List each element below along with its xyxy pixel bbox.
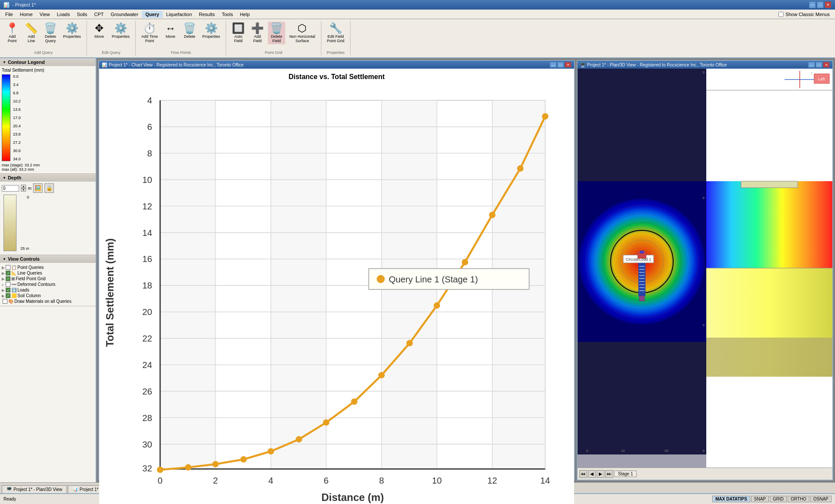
depth-input[interactable] bbox=[2, 185, 19, 192]
tab-3d-view[interactable]: 🖥️ Project 1* - Plan/3D View bbox=[2, 485, 67, 493]
depth-icon-btn-2[interactable]: 🔒 bbox=[44, 183, 54, 193]
checkbox-point-queries[interactable] bbox=[6, 265, 10, 270]
view3d-restore-button[interactable]: □ bbox=[815, 62, 822, 68]
view3d-content: 9 8 9 9 0 10 20 bbox=[578, 69, 832, 468]
svg-rect-105 bbox=[741, 181, 798, 188]
checkbox-line-queries[interactable]: ✓ bbox=[6, 271, 10, 275]
view-controls-title: View Controls bbox=[8, 256, 40, 262]
menu-tools[interactable]: Tools bbox=[218, 11, 237, 18]
tree-item-draw-materials[interactable]: 🎨 Draw Materials on all Queries bbox=[2, 298, 94, 304]
depth-header[interactable]: ▼ Depth bbox=[0, 174, 96, 182]
svg-point-57 bbox=[296, 436, 302, 443]
add-point-button[interactable]: 📍 AddPoint bbox=[3, 22, 21, 44]
menu-help[interactable]: Help bbox=[237, 11, 254, 18]
menu-soils[interactable]: Soils bbox=[73, 11, 91, 18]
checkbox-loads[interactable]: ✓ bbox=[6, 288, 10, 292]
edit-field-grid-button[interactable]: 🔧 Edit FieldPoint Grid bbox=[325, 22, 347, 44]
side-view-svg bbox=[706, 90, 832, 468]
add-time-point-button[interactable]: ⏱️ Add TimePoint bbox=[139, 22, 160, 44]
tree-icon-point: 📋 bbox=[11, 265, 17, 270]
minimize-button[interactable]: — bbox=[809, 1, 816, 8]
tree-item-point-queries[interactable]: ▶ 📋 Point Queries bbox=[2, 265, 94, 270]
delete-field-button[interactable]: 🗑️ DeleteField bbox=[268, 22, 285, 44]
depth-spin-down[interactable]: ▼ bbox=[21, 188, 26, 192]
expand-icon-deformed: ▶ bbox=[2, 282, 5, 287]
nav-next-button[interactable]: ▶ bbox=[597, 470, 605, 478]
expand-icon-loads: ▶ bbox=[2, 288, 5, 292]
svg-rect-79 bbox=[639, 266, 645, 267]
osnap-button[interactable]: OSNAP bbox=[810, 496, 832, 502]
add-query-buttons: 📍 AddPoint 📏 AddLine 🗑️ DeleteQuery ⚙️ P… bbox=[3, 22, 83, 44]
max-datatips-button[interactable]: MAX DATATIPS bbox=[712, 496, 750, 502]
contour-legend-section: ▼ Contour Legend Total Settlement (mm) 0… bbox=[0, 58, 96, 174]
menu-liquefaction[interactable]: Liquefaction bbox=[163, 11, 195, 18]
grid-button[interactable]: GRID bbox=[770, 496, 787, 502]
non-horiz-button[interactable]: ⬡ Non HorizontalSurface bbox=[287, 22, 317, 44]
svg-rect-1 bbox=[160, 100, 215, 469]
depth-icon-btn-1[interactable]: 🖼️ bbox=[33, 183, 43, 193]
ribbon-group-time-points: ⏱️ Add TimePoint ↔️ Move 🗑️ Delete ⚙️ Pr… bbox=[136, 21, 226, 56]
tree-icon-loads: ⬇️ bbox=[11, 288, 17, 292]
contour-legend-header[interactable]: ▼ Contour Legend bbox=[0, 58, 96, 66]
checkbox-soil-column[interactable]: ✓ bbox=[6, 293, 10, 298]
tree-icon-field: ⊞ bbox=[11, 276, 15, 281]
move-button[interactable]: ✥ Move bbox=[90, 22, 108, 40]
view3d-minimize-button[interactable]: — bbox=[808, 62, 815, 68]
properties-buttons: 🔧 Edit FieldPoint Grid bbox=[325, 22, 347, 44]
nav-prev-button[interactable]: ◀ bbox=[588, 470, 596, 478]
snap-button[interactable]: SNAP bbox=[751, 496, 769, 502]
ribbon-group-edit-query: ✥ Move ⚙️ Properties Edit Query bbox=[87, 21, 136, 56]
nav-last-button[interactable]: ⏭ bbox=[605, 470, 613, 478]
svg-text:14: 14 bbox=[540, 476, 550, 485]
tree-item-line-queries[interactable]: ▶ ✓ 📐 Line Queries bbox=[2, 270, 94, 276]
chart-restore-button[interactable]: □ bbox=[557, 62, 564, 68]
menu-cpt[interactable]: CPT bbox=[91, 11, 107, 18]
view-controls-header[interactable]: ▼ View Controls bbox=[0, 255, 96, 263]
properties2-icon: ⚙️ bbox=[114, 23, 127, 33]
show-classic-checkbox[interactable] bbox=[778, 12, 784, 17]
svg-text:Left: Left bbox=[818, 77, 825, 81]
move-time-button[interactable]: ↔️ Move bbox=[162, 22, 179, 40]
stage-tab[interactable]: Stage 1 bbox=[614, 471, 637, 477]
contour-stats: max (stage): 33.2 mm max (all): 33.2 mm bbox=[2, 163, 94, 172]
chart-window: 📊 Project 1* - Chart View - Registered t… bbox=[98, 60, 575, 481]
ortho-button[interactable]: ORTHO bbox=[788, 496, 809, 502]
menu-groundwater[interactable]: Groundwater bbox=[107, 11, 142, 18]
tree-item-loads[interactable]: ▶ ✓ ⬇️ Loads bbox=[2, 287, 94, 293]
add-line-button[interactable]: 📏 AddLine bbox=[23, 22, 40, 44]
menu-results[interactable]: Results bbox=[195, 11, 218, 18]
menu-query[interactable]: Query bbox=[142, 11, 163, 18]
add-point-icon: 📍 bbox=[6, 23, 19, 33]
chart-minimize-button[interactable]: — bbox=[550, 62, 557, 68]
tree-item-deformed-contours[interactable]: ▶ 〰️ Deformed Contours bbox=[2, 282, 94, 287]
auto-field-button[interactable]: 🔲 AutoField bbox=[230, 22, 247, 44]
restore-button[interactable]: □ bbox=[817, 1, 824, 8]
properties-time-button[interactable]: ⚙️ Properties bbox=[200, 22, 222, 40]
delete-query-button[interactable]: 🗑️ DeleteQuery bbox=[42, 22, 59, 44]
menu-file[interactable]: File bbox=[2, 11, 17, 18]
checkbox-deformed-contours[interactable] bbox=[6, 282, 10, 287]
checkbox-draw-materials[interactable] bbox=[3, 299, 7, 304]
svg-text:10: 10 bbox=[142, 175, 152, 185]
menu-loads[interactable]: Loads bbox=[53, 11, 73, 18]
chart-close-button[interactable]: ✕ bbox=[564, 62, 571, 68]
add-field-button[interactable]: ➕ AddField bbox=[249, 22, 266, 44]
tree-item-field-point-grid[interactable]: ▶ ✓ ⊞ Field Point Grid bbox=[2, 276, 94, 282]
view3d-close-button[interactable]: ✕ bbox=[823, 62, 830, 68]
color-label-1: 3.4 bbox=[13, 83, 21, 87]
svg-rect-87 bbox=[639, 290, 645, 291]
contour-legend-arrow: ▼ bbox=[3, 60, 6, 64]
delete-time-button[interactable]: 🗑️ Delete bbox=[181, 22, 198, 40]
menu-view[interactable]: View bbox=[36, 11, 53, 18]
checkbox-field-point-grid[interactable]: ✓ bbox=[6, 276, 10, 281]
tree-item-soil-column[interactable]: ▶ ✓ 🟨 Soil Column bbox=[2, 293, 94, 298]
properties-query-button[interactable]: ⚙️ Properties bbox=[61, 22, 83, 40]
depth-spin-up[interactable]: ▲ bbox=[21, 185, 26, 188]
nav-first-button[interactable]: ⏮ bbox=[579, 470, 587, 478]
tree-icon-materials: 🎨 bbox=[8, 299, 13, 304]
svg-text:30: 30 bbox=[142, 440, 152, 449]
menu-home[interactable]: Home bbox=[17, 11, 36, 18]
close-button[interactable]: ✕ bbox=[825, 1, 832, 8]
svg-rect-104 bbox=[706, 338, 832, 377]
properties2-button[interactable]: ⚙️ Properties bbox=[110, 22, 132, 40]
